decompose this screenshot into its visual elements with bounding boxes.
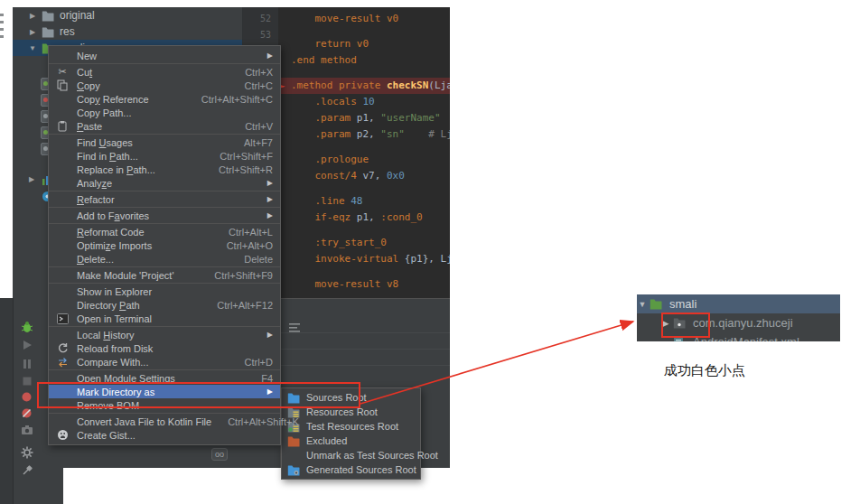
- resume-icon[interactable]: [20, 338, 33, 351]
- menu-item-shortcut: Ctrl+X: [245, 67, 273, 78]
- menu-separator: [49, 326, 280, 327]
- submenu-item-sources-root[interactable]: Sources Root: [282, 390, 420, 405]
- menu-item-copy-path[interactable]: Copy Path...: [49, 106, 280, 119]
- chevron-down-icon[interactable]: ▼: [27, 44, 38, 52]
- debug-bug-icon[interactable]: [20, 320, 33, 333]
- menu-item-shortcut: Ctrl+Alt+F12: [217, 300, 273, 311]
- menu-item-label: Open Module Settings: [77, 373, 245, 384]
- code-line: [278, 226, 450, 235]
- breakpoint-dot-icon[interactable]: [20, 390, 33, 404]
- pin-icon[interactable]: [20, 463, 33, 477]
- annotation-caption: 成功白色小点: [664, 362, 745, 379]
- chevron-right-icon[interactable]: ▶: [27, 12, 38, 20]
- menu-item-label: New: [77, 51, 251, 61]
- settings-gear-icon[interactable]: [20, 445, 33, 459]
- menu-item-label: Copy Path...: [77, 107, 273, 118]
- menu-item-create-gist[interactable]: Create Gist...: [49, 428, 280, 442]
- inset-tree-row-smali: ▼smali: [637, 294, 840, 313]
- stop-icon[interactable]: [20, 374, 33, 387]
- inset-row-label: smali: [669, 297, 696, 311]
- menu-separator: [49, 134, 280, 135]
- menu-item-label: Remove BOM: [77, 400, 273, 411]
- menu-item-add-to-favorites[interactable]: Add to Favorites▶: [49, 209, 280, 222]
- submenu-item-label: Test Resources Root: [306, 421, 398, 432]
- menu-item-directory-path[interactable]: Directory PathCtrl+Alt+F12: [49, 298, 280, 312]
- copy-icon: [54, 79, 70, 91]
- chevron-right-icon: ▶: [29, 175, 34, 183]
- menu-item-open-module-settings[interactable]: Open Module SettingsF4: [49, 371, 280, 385]
- menu-item-shortcut: Ctrl+D: [245, 357, 273, 368]
- chevron-right-icon[interactable]: ▶: [27, 28, 38, 36]
- menu-item-reformat-code[interactable]: Reformat CodeCtrl+Alt+L: [49, 225, 280, 238]
- menu-item-label: Refactor: [77, 194, 251, 205]
- compare-icon: [54, 357, 70, 368]
- menu-item-cut[interactable]: ✂CutCtrl+X: [49, 65, 280, 79]
- menu-item-convert-java-file-to-kotlin-file[interactable]: Convert Java File to Kotlin FileCtrl+Alt…: [49, 415, 280, 428]
- mute-breakpoints-icon[interactable]: [20, 406, 33, 420]
- menu-item-find-usages[interactable]: Find UsagesAlt+F7: [49, 135, 280, 149]
- menu-item-compare-with[interactable]: Compare With...Ctrl+D: [49, 355, 280, 369]
- submenu-item-test-resources-root[interactable]: Test Resources Root: [282, 419, 420, 434]
- menu-item-copy-reference[interactable]: Copy ReferenceCtrl+Alt+Shift+C: [49, 92, 280, 106]
- inset-row-label: AndroidManifest.xml: [693, 335, 799, 341]
- menu-item-label: Add to Favorites: [77, 210, 251, 221]
- menu-item-find-in-path[interactable]: Find in Path...Ctrl+Shift+F: [49, 149, 280, 163]
- menu-item-analyze[interactable]: Analyze▶: [49, 176, 280, 190]
- menu-item-optimize-imports[interactable]: Optimize ImportsCtrl+Alt+O: [49, 238, 280, 252]
- code-line: .prologue: [278, 152, 450, 168]
- submenu-arrow-icon: ▶: [267, 387, 273, 396]
- submenu-item-generated-sources-root[interactable]: Generated Sources Root: [282, 462, 420, 477]
- tree-row-label: res: [60, 25, 75, 38]
- menu-separator: [49, 191, 280, 191]
- menu-item-label: Directory Path: [77, 300, 201, 311]
- code-line: .param p2, "sn" # Ljava/lan: [278, 126, 450, 143]
- folder-icon: [42, 26, 56, 38]
- menu-separator: [49, 207, 280, 208]
- menu-item-delete[interactable]: Delete...Delete: [49, 252, 280, 266]
- inset-tree-row-com-qianyu-zhuceji: ▶com.qianyu.zhuceji: [637, 313, 840, 332]
- submenu-item-unmark-as-test-sources-root[interactable]: Unmark as Test Sources Root: [282, 448, 420, 462]
- menu-item-shortcut: Alt+F7: [244, 137, 273, 148]
- code-line: [278, 27, 450, 36]
- menu-item-refactor[interactable]: Refactor▶: [49, 192, 280, 206]
- code-editor[interactable]: move-result v0 return v0.end method►.met…: [278, 7, 450, 298]
- chevron-down-icon: ▼: [637, 300, 648, 309]
- menu-item-show-in-explorer[interactable]: Show in Explorer: [49, 285, 280, 298]
- tree-row-original[interactable]: ▶original: [13, 7, 242, 23]
- menu-item-replace-in-path[interactable]: Replace in Path...Ctrl+Shift+R: [49, 163, 280, 176]
- code-line: move-result v0: [278, 11, 450, 27]
- inset-row-label: com.qianyu.zhuceji: [693, 316, 793, 330]
- code-line: .param p1, "userName" # Lja: [278, 110, 450, 126]
- menu-item-paste[interactable]: PasteCtrl+V: [49, 119, 280, 133]
- menu-item-reload-from-disk[interactable]: Reload from Disk: [49, 341, 280, 355]
- menu-separator: [49, 413, 280, 414]
- submenu-item-resources-root[interactable]: Resources Root: [282, 405, 420, 419]
- scissors-icon: ✂: [54, 66, 70, 78]
- submenu-item-excluded[interactable]: Excluded: [282, 434, 420, 448]
- menu-item-make-module-project[interactable]: Make Module 'Project'Ctrl+Shift+F9: [49, 268, 280, 282]
- menu-item-shortcut: Ctrl+Alt+Shift+C: [201, 94, 273, 105]
- code-line: .line 48: [278, 193, 450, 210]
- inset-tree-row-androidmanifest-xml: AndroidManifest.xml: [637, 332, 840, 341]
- reload-icon: [54, 342, 70, 354]
- menu-item-mark-directory-as[interactable]: Mark Directory as▶: [49, 385, 280, 398]
- menu-item-local-history[interactable]: Local History▶: [49, 328, 280, 341]
- view-options-icon[interactable]: [288, 321, 301, 333]
- menu-item-remove-bom[interactable]: Remove BOM: [49, 398, 280, 412]
- tree-row-res[interactable]: ▶res: [13, 23, 242, 40]
- camera-icon[interactable]: [20, 423, 33, 436]
- menu-item-shortcut: Ctrl+Shift+R: [219, 164, 273, 175]
- menu-item-label: Create Gist...: [77, 430, 273, 441]
- code-line: [278, 184, 450, 193]
- context-menu: New▶✂CutCtrl+XCopyCtrl+CCopy ReferenceCt…: [48, 45, 281, 445]
- menu-item-open-in-terminal[interactable]: Open in Terminal: [49, 312, 280, 325]
- menu-item-label: Paste: [77, 121, 229, 132]
- code-line: return v0: [278, 36, 450, 52]
- submenu-item-label: Resources Root: [306, 406, 378, 417]
- toolwindow-stripe: [0, 298, 14, 504]
- submenu-arrow-icon: ▶: [267, 51, 273, 60]
- menu-item-new[interactable]: New▶: [49, 49, 280, 62]
- excluded-folder-icon: [287, 435, 303, 447]
- pause-icon[interactable]: [20, 357, 33, 370]
- menu-item-copy[interactable]: CopyCtrl+C: [49, 79, 280, 92]
